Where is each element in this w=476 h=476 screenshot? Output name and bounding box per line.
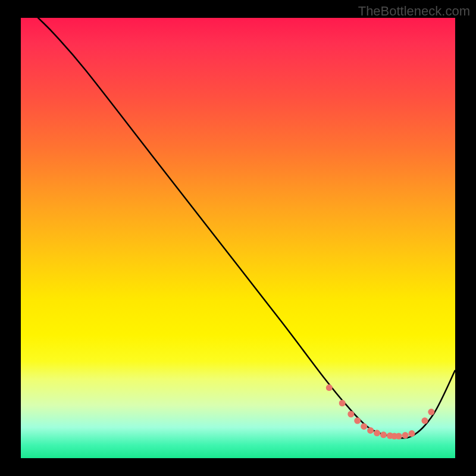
chart-marker-dot [339,400,346,406]
chart-marker-dot [367,427,374,434]
chart-marker-dot [374,430,380,436]
chart-marker-dot [361,423,367,430]
chart-marker-dot [409,430,415,437]
chart-marker-dot [402,432,409,439]
chart-marker-dot [380,431,387,438]
chart-marker-dot [347,411,354,418]
chart-marker-dot [396,433,402,440]
chart-marker-dot [421,418,428,424]
chart-marker-dot [326,384,333,391]
chart-line [21,18,455,438]
chart-plot-area [21,18,455,458]
watermark-text: TheBottleneck.com [358,4,470,19]
chart-marker-dot [354,418,361,424]
chart-svg [21,18,455,458]
chart-marker-dot [428,409,434,415]
